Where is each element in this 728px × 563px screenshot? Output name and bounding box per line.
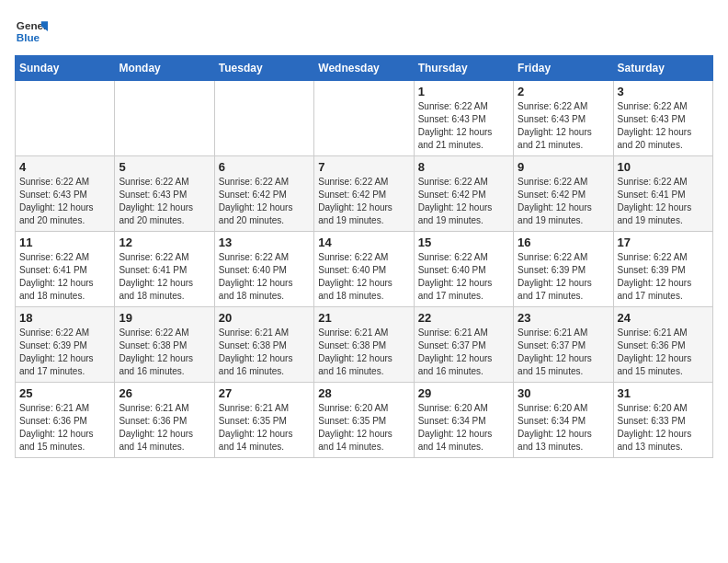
- day-info: Sunrise: 6:21 AM Sunset: 6:38 PM Dayligh…: [219, 327, 310, 378]
- calendar-cell: 22Sunrise: 6:21 AM Sunset: 6:37 PM Dayli…: [414, 307, 513, 383]
- day-info: Sunrise: 6:22 AM Sunset: 6:39 PM Dayligh…: [518, 251, 609, 303]
- day-number: 3: [618, 85, 709, 98]
- calendar-cell: 20Sunrise: 6:21 AM Sunset: 6:38 PM Dayli…: [214, 307, 313, 383]
- day-info: Sunrise: 6:21 AM Sunset: 6:38 PM Dayligh…: [318, 327, 409, 378]
- day-number: 10: [618, 160, 709, 174]
- day-info: Sunrise: 6:21 AM Sunset: 6:36 PM Dayligh…: [618, 327, 709, 378]
- calendar-cell: 14Sunrise: 6:22 AM Sunset: 6:40 PM Dayli…: [314, 232, 414, 307]
- day-info: Sunrise: 6:22 AM Sunset: 6:43 PM Dayligh…: [119, 176, 210, 227]
- calendar-cell: 4Sunrise: 6:22 AM Sunset: 6:43 PM Daylig…: [16, 156, 115, 232]
- calendar-cell: 17Sunrise: 6:22 AM Sunset: 6:39 PM Dayli…: [613, 232, 712, 307]
- calendar-cell: 12Sunrise: 6:22 AM Sunset: 6:41 PM Dayli…: [115, 232, 214, 307]
- day-info: Sunrise: 6:22 AM Sunset: 6:40 PM Dayligh…: [219, 251, 310, 303]
- calendar-cell: 3Sunrise: 6:22 AM Sunset: 6:43 PM Daylig…: [613, 81, 712, 156]
- calendar-cell: 19Sunrise: 6:22 AM Sunset: 6:38 PM Dayli…: [115, 307, 214, 383]
- calendar-cell: [115, 81, 214, 156]
- day-number: 28: [318, 386, 409, 400]
- day-number: 29: [418, 386, 509, 400]
- day-number: 13: [219, 236, 310, 249]
- day-info: Sunrise: 6:22 AM Sunset: 6:42 PM Dayligh…: [518, 176, 609, 227]
- day-info: Sunrise: 6:22 AM Sunset: 6:41 PM Dayligh…: [119, 251, 210, 303]
- day-number: 21: [318, 311, 409, 325]
- day-info: Sunrise: 6:21 AM Sunset: 6:36 PM Dayligh…: [119, 402, 210, 454]
- logo: General Blue: [15, 15, 48, 48]
- day-info: Sunrise: 6:21 AM Sunset: 6:37 PM Dayligh…: [518, 327, 609, 378]
- day-number: 26: [119, 386, 210, 400]
- day-number: 7: [318, 160, 409, 174]
- day-number: 25: [19, 386, 110, 400]
- weekday-header-saturday: Saturday: [613, 56, 712, 81]
- day-info: Sunrise: 6:22 AM Sunset: 6:42 PM Dayligh…: [219, 176, 310, 227]
- day-number: 8: [418, 160, 509, 174]
- calendar-cell: 6Sunrise: 6:22 AM Sunset: 6:42 PM Daylig…: [214, 156, 313, 232]
- calendar-cell: 27Sunrise: 6:21 AM Sunset: 6:35 PM Dayli…: [214, 383, 313, 458]
- day-number: 16: [518, 236, 609, 249]
- calendar-cell: 10Sunrise: 6:22 AM Sunset: 6:41 PM Dayli…: [613, 156, 712, 232]
- calendar-cell: 7Sunrise: 6:22 AM Sunset: 6:42 PM Daylig…: [314, 156, 414, 232]
- day-info: Sunrise: 6:21 AM Sunset: 6:37 PM Dayligh…: [418, 327, 509, 378]
- day-number: 23: [518, 311, 609, 325]
- day-number: 12: [119, 236, 210, 249]
- calendar-cell: 25Sunrise: 6:21 AM Sunset: 6:36 PM Dayli…: [16, 383, 115, 458]
- weekday-header-friday: Friday: [514, 56, 613, 81]
- day-number: 17: [618, 236, 709, 249]
- day-info: Sunrise: 6:20 AM Sunset: 6:34 PM Dayligh…: [418, 402, 509, 454]
- logo-icon: General Blue: [15, 15, 48, 48]
- day-number: 5: [119, 160, 210, 174]
- calendar-cell: 28Sunrise: 6:20 AM Sunset: 6:35 PM Dayli…: [314, 383, 414, 458]
- day-info: Sunrise: 6:22 AM Sunset: 6:39 PM Dayligh…: [618, 251, 709, 303]
- day-info: Sunrise: 6:22 AM Sunset: 6:40 PM Dayligh…: [318, 251, 409, 303]
- calendar-cell: 2Sunrise: 6:22 AM Sunset: 6:43 PM Daylig…: [514, 81, 613, 156]
- weekday-header-wednesday: Wednesday: [314, 56, 414, 81]
- calendar-cell: [16, 81, 115, 156]
- calendar-cell: [314, 81, 414, 156]
- calendar-cell: 15Sunrise: 6:22 AM Sunset: 6:40 PM Dayli…: [414, 232, 513, 307]
- day-number: 31: [618, 386, 709, 400]
- day-info: Sunrise: 6:22 AM Sunset: 6:43 PM Dayligh…: [418, 100, 509, 152]
- calendar-cell: 23Sunrise: 6:21 AM Sunset: 6:37 PM Dayli…: [514, 307, 613, 383]
- calendar-cell: 1Sunrise: 6:22 AM Sunset: 6:43 PM Daylig…: [414, 81, 513, 156]
- day-info: Sunrise: 6:22 AM Sunset: 6:40 PM Dayligh…: [418, 251, 509, 303]
- day-number: 9: [518, 160, 609, 174]
- day-number: 6: [219, 160, 310, 174]
- calendar-cell: 11Sunrise: 6:22 AM Sunset: 6:41 PM Dayli…: [16, 232, 115, 307]
- calendar-cell: 29Sunrise: 6:20 AM Sunset: 6:34 PM Dayli…: [414, 383, 513, 458]
- calendar-cell: 8Sunrise: 6:22 AM Sunset: 6:42 PM Daylig…: [414, 156, 513, 232]
- page-header: General Blue: [15, 15, 713, 48]
- day-info: Sunrise: 6:22 AM Sunset: 6:43 PM Dayligh…: [19, 176, 110, 227]
- calendar-cell: 24Sunrise: 6:21 AM Sunset: 6:36 PM Dayli…: [613, 307, 712, 383]
- calendar-cell: 30Sunrise: 6:20 AM Sunset: 6:34 PM Dayli…: [514, 383, 613, 458]
- day-info: Sunrise: 6:20 AM Sunset: 6:33 PM Dayligh…: [618, 402, 709, 454]
- calendar-cell: 21Sunrise: 6:21 AM Sunset: 6:38 PM Dayli…: [314, 307, 414, 383]
- day-info: Sunrise: 6:22 AM Sunset: 6:42 PM Dayligh…: [418, 176, 509, 227]
- day-info: Sunrise: 6:21 AM Sunset: 6:35 PM Dayligh…: [219, 402, 310, 454]
- calendar-table: SundayMondayTuesdayWednesdayThursdayFrid…: [15, 55, 713, 458]
- day-number: 20: [219, 311, 310, 325]
- svg-text:Blue: Blue: [17, 31, 40, 43]
- day-number: 15: [418, 236, 509, 249]
- calendar-cell: 26Sunrise: 6:21 AM Sunset: 6:36 PM Dayli…: [115, 383, 214, 458]
- day-info: Sunrise: 6:22 AM Sunset: 6:42 PM Dayligh…: [318, 176, 409, 227]
- day-number: 1: [418, 85, 509, 98]
- day-number: 18: [19, 311, 110, 325]
- day-info: Sunrise: 6:22 AM Sunset: 6:41 PM Dayligh…: [19, 251, 110, 303]
- weekday-header-thursday: Thursday: [414, 56, 513, 81]
- calendar-cell: [214, 81, 313, 156]
- calendar-cell: 16Sunrise: 6:22 AM Sunset: 6:39 PM Dayli…: [514, 232, 613, 307]
- day-number: 4: [19, 160, 110, 174]
- day-number: 14: [318, 236, 409, 249]
- day-number: 2: [518, 85, 609, 98]
- weekday-header-sunday: Sunday: [16, 56, 115, 81]
- day-number: 11: [19, 236, 110, 249]
- weekday-header-monday: Monday: [115, 56, 214, 81]
- day-info: Sunrise: 6:21 AM Sunset: 6:36 PM Dayligh…: [19, 402, 110, 454]
- day-info: Sunrise: 6:22 AM Sunset: 6:39 PM Dayligh…: [19, 327, 110, 378]
- day-info: Sunrise: 6:22 AM Sunset: 6:38 PM Dayligh…: [119, 327, 210, 378]
- day-number: 19: [119, 311, 210, 325]
- day-info: Sunrise: 6:22 AM Sunset: 6:43 PM Dayligh…: [618, 100, 709, 152]
- day-number: 24: [618, 311, 709, 325]
- day-number: 30: [518, 386, 609, 400]
- calendar-cell: 13Sunrise: 6:22 AM Sunset: 6:40 PM Dayli…: [214, 232, 313, 307]
- day-number: 22: [418, 311, 509, 325]
- calendar-cell: 31Sunrise: 6:20 AM Sunset: 6:33 PM Dayli…: [613, 383, 712, 458]
